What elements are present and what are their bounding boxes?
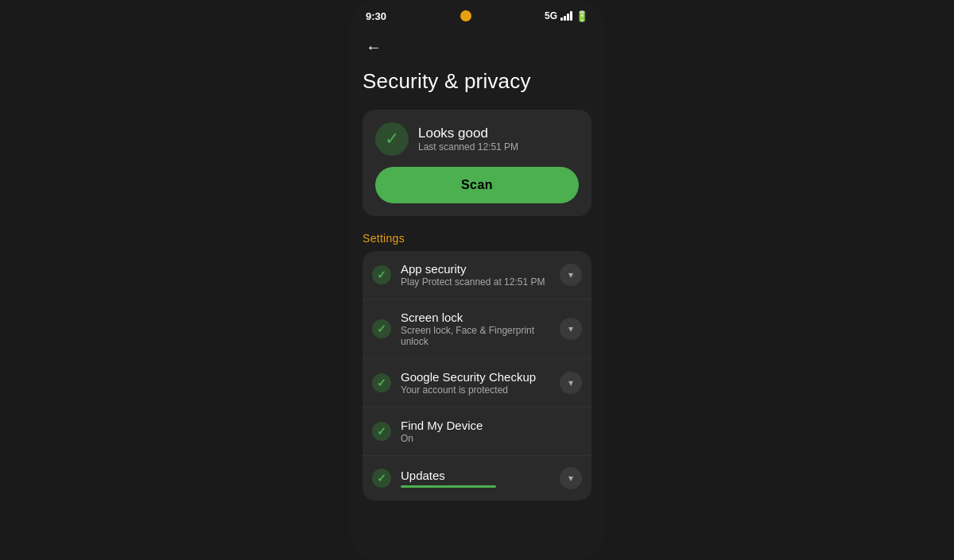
phone-frame: 9:30 5G 🔋 ← Security & privacy ✓ (350, 0, 604, 560)
content-area: Security & privacy ✓ Looks good Last sca… (350, 63, 604, 560)
page-title: Security & privacy (363, 69, 591, 94)
back-button[interactable]: ← (363, 35, 385, 60)
item-title-updates: Updates (401, 469, 560, 482)
status-time: 9:30 (366, 10, 386, 22)
check-icon-find-my-device: ✓ (372, 422, 391, 441)
chevron-icon-security-checkup: ▾ (560, 372, 582, 394)
settings-item-updates[interactable]: ✓ Updates ▾ (363, 456, 591, 500)
item-subtitle-screen-lock: Screen lock, Face & Fingerprint unlock (401, 325, 560, 347)
check-icon-updates: ✓ (372, 469, 391, 488)
signal-icon (560, 11, 572, 21)
settings-list: ✓ App security Play Protect scanned at 1… (363, 251, 591, 500)
status-card: ✓ Looks good Last scanned 12:51 PM Scan (363, 110, 591, 216)
chevron-icon-app-security: ▾ (560, 264, 582, 286)
item-title-security-checkup: Google Security Checkup (401, 370, 560, 384)
chevron-icon-updates: ▾ (560, 467, 582, 489)
status-main-text: Looks good (418, 126, 518, 141)
settings-item-find-my-device[interactable]: ✓ Find My Device On (363, 407, 591, 456)
scan-button[interactable]: Scan (375, 167, 579, 203)
item-title-find-my-device: Find My Device (401, 419, 582, 432)
check-icon-screen-lock: ✓ (372, 319, 391, 338)
network-label: 5G (545, 10, 557, 21)
check-icon-security-checkup: ✓ (372, 373, 391, 392)
chevron-icon-screen-lock: ▾ (560, 318, 582, 340)
battery-icon: 🔋 (576, 10, 588, 22)
item-subtitle-app-security: Play Protect scanned at 12:51 PM (401, 276, 560, 288)
status-right: 5G 🔋 (545, 10, 588, 22)
item-title-screen-lock: Screen lock (401, 311, 560, 324)
updates-progress-bar (401, 485, 496, 488)
item-subtitle-security-checkup: Your account is protected (401, 384, 560, 396)
settings-item-security-checkup[interactable]: ✓ Google Security Checkup Your account i… (363, 359, 591, 407)
item-subtitle-find-my-device: On (401, 433, 582, 444)
check-icon-app-security: ✓ (372, 265, 391, 284)
status-header: ✓ Looks good Last scanned 12:51 PM (375, 122, 579, 156)
back-nav: ← (350, 29, 604, 63)
status-bar: 9:30 5G 🔋 (350, 0, 604, 29)
status-sub-text: Last scanned 12:51 PM (418, 141, 518, 153)
camera-indicator (460, 10, 471, 21)
shield-check-icon: ✓ (375, 122, 409, 156)
settings-label: Settings (363, 232, 591, 245)
settings-item-screen-lock[interactable]: ✓ Screen lock Screen lock, Face & Finger… (363, 299, 591, 359)
settings-item-app-security[interactable]: ✓ App security Play Protect scanned at 1… (363, 251, 591, 299)
item-title-app-security: App security (401, 262, 560, 276)
